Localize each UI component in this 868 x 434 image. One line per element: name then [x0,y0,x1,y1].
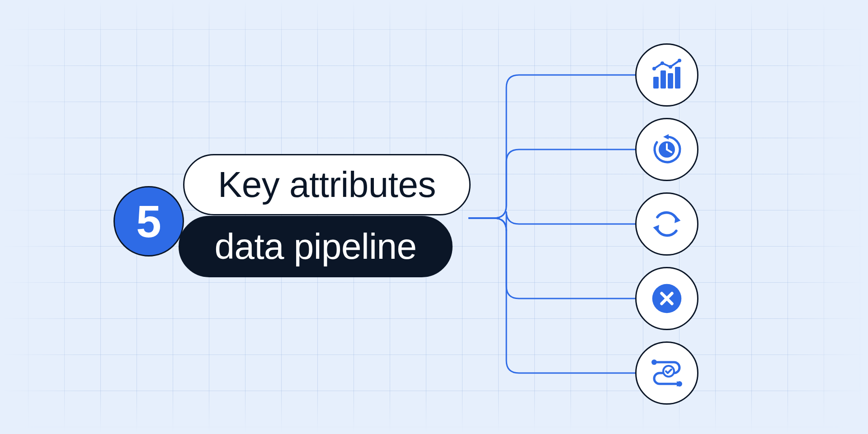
svg-point-6 [669,65,672,69]
bar-chart-trend-icon [649,57,685,93]
svg-rect-2 [668,73,673,89]
svg-point-5 [660,61,664,65]
count-badge-number: 5 [136,196,161,247]
title-line-2: data pipeline [214,226,416,267]
x-circle-icon [650,281,684,316]
svg-rect-1 [660,70,666,89]
title-pill-top: Key attributes [183,154,471,215]
node-analytics [635,43,698,107]
count-badge: 5 [113,186,184,257]
svg-rect-3 [675,67,680,89]
title-line-1: Key attributes [218,164,436,205]
workflow-check-icon [648,354,686,392]
svg-point-4 [652,67,656,70]
node-history [635,118,698,181]
svg-marker-13 [653,225,659,233]
svg-marker-12 [675,215,680,223]
node-workflow [635,341,698,405]
svg-rect-0 [653,77,659,89]
clock-refresh-icon [649,131,685,168]
svg-marker-8 [663,134,669,140]
svg-point-7 [678,59,681,62]
node-reject [635,267,698,330]
title-pill-bottom: data pipeline [179,216,453,277]
diagram-canvas: Key attributes data pipeline 5 [0,0,868,434]
sync-arrows-icon [650,207,684,241]
node-sync [635,192,698,256]
